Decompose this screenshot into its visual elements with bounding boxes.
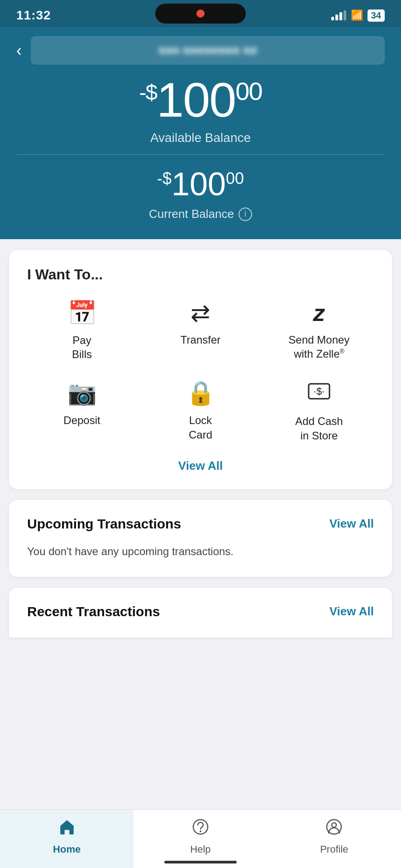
nav-help-label: Help xyxy=(190,844,210,855)
camera-dot xyxy=(196,9,205,18)
transfer-icon: ⇄ xyxy=(191,299,210,326)
transfer-label: Transfer xyxy=(181,333,220,347)
account-header: ‹ ■■■ ■■■■■■■■ ■■ -$10000 Available Bala… xyxy=(0,27,401,239)
balance-divider xyxy=(16,154,385,155)
svg-text:·$·: ·$· xyxy=(314,386,325,397)
lock-card-button[interactable]: 🔒 LockCard xyxy=(146,379,255,442)
header-top: ‹ ■■■ ■■■■■■■■ ■■ xyxy=(16,36,385,65)
recent-view-all[interactable]: View All xyxy=(329,604,374,618)
bottom-nav: Home Help Profile xyxy=(0,809,401,868)
status-bar: 11:32 📶 34 xyxy=(0,0,401,27)
recent-transactions-card: Recent Transactions View All xyxy=(9,588,392,637)
help-icon xyxy=(191,818,210,840)
home-indicator xyxy=(164,861,237,863)
nav-profile-label: Profile xyxy=(320,844,348,855)
current-balance-label: Current Balance i xyxy=(16,207,385,221)
upcoming-empty-message: You don't have any upcoming transactions… xyxy=(27,541,374,561)
svg-point-5 xyxy=(332,823,336,827)
svg-point-3 xyxy=(200,830,201,832)
info-icon[interactable]: i xyxy=(239,208,252,221)
deposit-icon: 📷 xyxy=(67,379,97,407)
wifi-icon: 📶 xyxy=(351,9,363,21)
pay-bills-label: PayBills xyxy=(72,333,92,361)
add-cash-store-button[interactable]: ·$· Add Cashin Store xyxy=(264,379,374,442)
add-cash-store-label: Add Cashin Store xyxy=(295,414,343,442)
send-money-zelle-label: Send Moneywith Zelle® xyxy=(289,333,350,361)
pay-bills-button[interactable]: 📅 PayBills xyxy=(27,299,137,361)
signal-icon xyxy=(331,10,346,20)
lock-card-label: LockCard xyxy=(189,413,212,441)
home-icon xyxy=(58,818,76,840)
recent-title: Recent Transactions xyxy=(27,604,160,619)
back-button[interactable]: ‹ xyxy=(16,41,22,60)
pay-bills-icon: 📅 xyxy=(67,299,97,327)
available-balance-display: -$10000 xyxy=(16,75,385,124)
zelle-icon: z xyxy=(313,299,325,326)
lock-card-icon: 🔒 xyxy=(186,379,215,407)
nav-home[interactable]: Home xyxy=(0,810,134,868)
available-balance-amount: -$10000 xyxy=(16,75,385,124)
nav-help[interactable]: Help xyxy=(134,810,267,868)
i-want-to-card: I Want To... 📅 PayBills ⇄ Transfer z Sen… xyxy=(9,250,392,489)
add-cash-icon: ·$· xyxy=(307,379,331,408)
current-balance-display: -$10000 xyxy=(16,165,385,203)
recent-header: Recent Transactions View All xyxy=(27,604,374,619)
nav-profile[interactable]: Profile xyxy=(267,810,401,868)
i-want-to-view-all[interactable]: View All xyxy=(27,459,374,473)
battery-indicator: 34 xyxy=(368,9,385,22)
i-want-to-title: I Want To... xyxy=(27,266,374,283)
upcoming-header: Upcoming Transactions View All xyxy=(27,516,374,532)
actions-grid: 📅 PayBills ⇄ Transfer z Send Moneywith Z… xyxy=(27,299,374,443)
main-content: I Want To... 📅 PayBills ⇄ Transfer z Sen… xyxy=(0,239,401,712)
deposit-button[interactable]: 📷 Deposit xyxy=(27,379,137,442)
i-want-to-view-all-link[interactable]: View All xyxy=(178,459,223,472)
transfer-button[interactable]: ⇄ Transfer xyxy=(146,299,255,361)
deposit-label: Deposit xyxy=(63,413,100,427)
account-name: ■■■ ■■■■■■■■ ■■ xyxy=(158,43,258,57)
status-time: 11:32 xyxy=(16,8,51,23)
account-name-box: ■■■ ■■■■■■■■ ■■ xyxy=(31,36,385,65)
nav-home-label: Home xyxy=(53,844,81,855)
send-money-zelle-button[interactable]: z Send Moneywith Zelle® xyxy=(264,299,374,361)
status-icons: 📶 34 xyxy=(331,9,385,22)
available-balance-label: Available Balance xyxy=(16,131,385,145)
current-balance-amount: -$10000 xyxy=(16,165,385,203)
upcoming-transactions-card: Upcoming Transactions View All You don't… xyxy=(9,500,392,577)
notch xyxy=(155,4,246,24)
profile-icon xyxy=(325,818,343,840)
upcoming-title: Upcoming Transactions xyxy=(27,516,181,532)
upcoming-view-all[interactable]: View All xyxy=(329,517,374,531)
